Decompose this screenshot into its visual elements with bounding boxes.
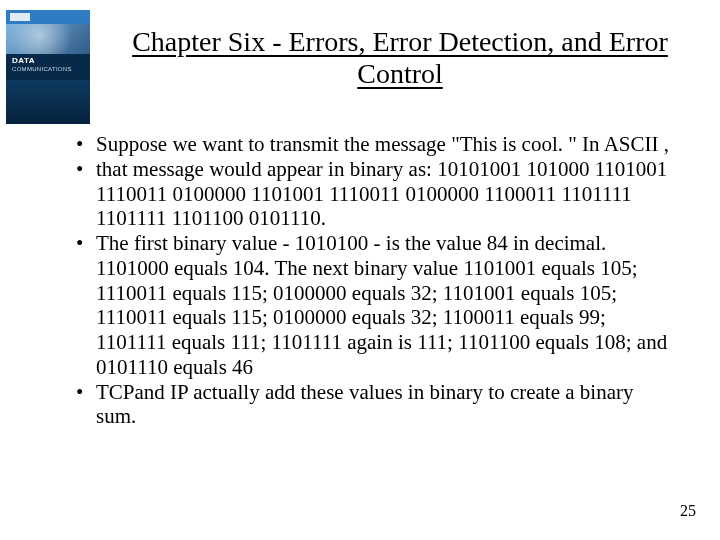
book-cover-subtitle: COMMUNICATIONS — [12, 66, 72, 72]
book-cover-photo — [6, 24, 90, 54]
book-cover-top-stripe — [6, 10, 90, 24]
page-number: 25 — [680, 502, 696, 520]
slide: DATA COMMUNICATIONS Chapter Six - Errors… — [0, 0, 720, 540]
slide-body: Suppose we want to transmit the message … — [72, 132, 674, 429]
book-cover-title-band: DATA COMMUNICATIONS — [6, 54, 90, 80]
book-cover-image: DATA COMMUNICATIONS — [6, 10, 90, 124]
book-cover-title: DATA — [12, 56, 35, 65]
bullet-list: Suppose we want to transmit the message … — [72, 132, 674, 429]
slide-title: Chapter Six - Errors, Error Detection, a… — [120, 26, 680, 90]
bullet-item: The first binary value - 1010100 - is th… — [72, 231, 674, 380]
book-cover-bottom — [6, 80, 90, 124]
bullet-item: that message would appear in binary as: … — [72, 157, 674, 231]
bullet-item: Suppose we want to transmit the message … — [72, 132, 674, 157]
bullet-item: TCPand IP actually add these values in b… — [72, 380, 674, 430]
